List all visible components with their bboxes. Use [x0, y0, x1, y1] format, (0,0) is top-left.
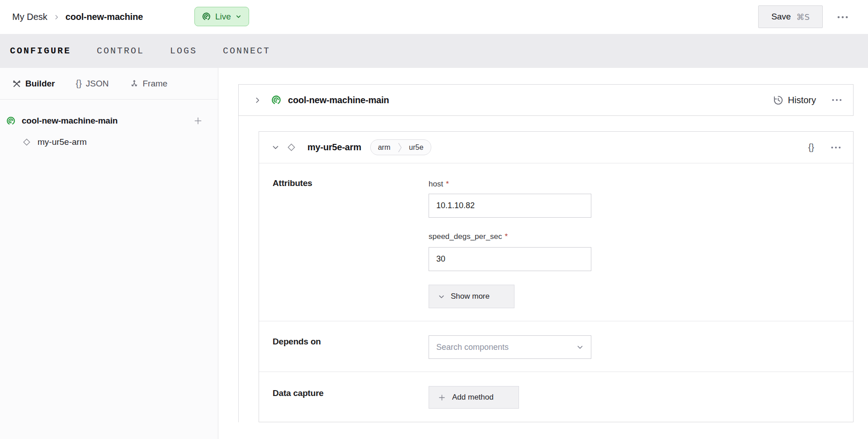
component-card-my-ur5e-arm: my-ur5e-arm arm ur5e {} Attributes host … [259, 131, 854, 422]
required-asterisk: * [505, 232, 508, 241]
machine-config-page: My Desk cool-new-machine Live [0, 0, 868, 439]
breadcrumb-parent-link[interactable]: My Desk [12, 12, 47, 22]
field-name: host [429, 180, 443, 189]
breadcrumb-chevron-icon [53, 14, 60, 20]
required-asterisk: * [446, 180, 449, 189]
config-sidebar: Builder {} JSON Frame [0, 68, 218, 439]
chevron-down-icon [235, 13, 242, 20]
component-tree: cool-new-machine-main my-ur5e-arm [0, 100, 218, 153]
viam-rings-icon [271, 95, 282, 105]
chevron-down-icon [576, 344, 584, 351]
data-capture-section-label: Data capture [273, 388, 324, 398]
machine-card-menu-button[interactable] [831, 98, 842, 102]
chevron-down-icon [438, 293, 445, 300]
speed-degs-per-sec-input[interactable] [429, 247, 591, 271]
host-field-label: host * [429, 180, 449, 189]
field-name: speed_degs_per_sec [429, 232, 502, 241]
component-card-menu-button[interactable] [830, 146, 841, 149]
diamond-icon [23, 138, 31, 146]
viam-rings-icon [202, 12, 211, 21]
live-status-dropdown[interactable]: Live [194, 7, 249, 26]
show-more-label: Show more [451, 292, 490, 301]
tree-item-label: my-ur5e-arm [38, 137, 87, 147]
add-method-button[interactable]: Add method [429, 386, 519, 409]
component-title: my-ur5e-arm [307, 142, 361, 153]
component-type-badge: arm ur5e [370, 139, 431, 155]
add-method-label: Add method [452, 393, 494, 402]
tab-logs[interactable]: LOGS [170, 46, 197, 56]
mode-frame[interactable]: Frame [130, 79, 168, 89]
history-button[interactable]: History [773, 95, 816, 105]
mode-builder-label: Builder [25, 79, 55, 89]
ellipsis-icon [837, 15, 849, 19]
viam-rings-icon [6, 116, 16, 126]
show-more-button[interactable]: Show more [429, 285, 514, 308]
depends-on-select[interactable]: Search components [429, 335, 591, 359]
top-bar: My Desk cool-new-machine Live [0, 0, 868, 34]
component-card-header: my-ur5e-arm arm ur5e {} [259, 132, 853, 163]
mode-json[interactable]: {} JSON [75, 78, 108, 89]
tree-item-label: cool-new-machine-main [22, 116, 118, 126]
history-clock-icon [773, 95, 783, 105]
plus-icon [193, 116, 203, 125]
host-input[interactable] [429, 194, 591, 218]
breadcrumb: My Desk cool-new-machine [12, 0, 143, 34]
axes-icon [130, 79, 139, 88]
badge-divider-chevron-icon [398, 143, 402, 153]
machine-part-card: cool-new-machine-main History [238, 84, 854, 116]
machine-part-title: cool-new-machine-main [288, 95, 389, 105]
plus-icon [438, 394, 446, 401]
expand-chevron-right-icon[interactable] [254, 96, 261, 104]
mode-builder[interactable]: Builder [12, 79, 55, 89]
view-json-button[interactable]: {} [808, 142, 814, 153]
section-divider [259, 372, 853, 372]
speed-field-label: speed_degs_per_sec * [429, 232, 508, 241]
tools-icon [12, 79, 21, 88]
curly-braces-icon: {} [75, 78, 81, 89]
depends-on-placeholder: Search components [436, 343, 509, 352]
ellipsis-icon [831, 98, 842, 102]
save-button[interactable]: Save ⌘S [758, 5, 823, 28]
breadcrumb-current: cool-new-machine [66, 12, 143, 22]
add-component-button[interactable] [193, 116, 203, 125]
diamond-icon [287, 143, 296, 152]
tab-control[interactable]: CONTROL [97, 46, 144, 56]
badge-type: arm [371, 140, 398, 155]
attributes-section-label: Attributes [273, 178, 312, 188]
mode-frame-label: Frame [143, 79, 168, 89]
history-button-label: History [788, 95, 816, 105]
depends-on-section-label: Depends on [273, 337, 321, 347]
tree-item-my-ur5e-arm[interactable]: my-ur5e-arm [0, 131, 218, 153]
component-card-body: Attributes host * speed_degs_per_sec * S… [259, 163, 853, 422]
primary-tab-bar: CONFIGURE CONTROL LOGS CONNECT [0, 34, 868, 68]
tree-item-machine-main[interactable]: cool-new-machine-main [0, 110, 218, 131]
save-shortcut-hint: ⌘S [796, 12, 809, 22]
section-divider [259, 321, 853, 321]
tab-configure[interactable]: CONFIGURE [10, 46, 71, 56]
tree-connector-rail [238, 116, 239, 422]
save-button-label: Save [771, 12, 791, 22]
view-mode-switcher: Builder {} JSON Frame [0, 68, 218, 100]
tab-connect[interactable]: CONNECT [223, 46, 270, 56]
ellipsis-icon [830, 146, 841, 149]
overflow-menu-button[interactable] [833, 12, 853, 23]
live-status-label: Live [215, 12, 231, 22]
mode-json-label: JSON [86, 79, 109, 89]
badge-model: ur5e [402, 140, 431, 155]
collapse-chevron-down-icon[interactable] [272, 143, 279, 151]
